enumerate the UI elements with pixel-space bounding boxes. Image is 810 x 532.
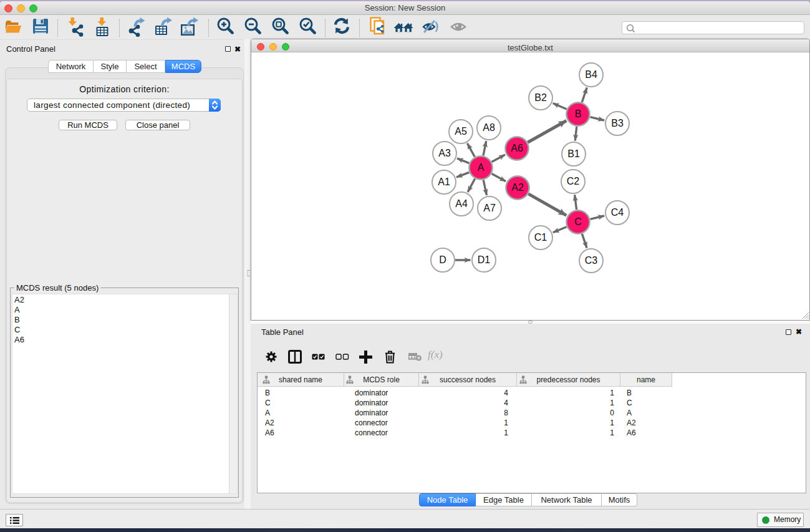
svg-text:B1: B1	[567, 148, 580, 159]
svg-text:A4: A4	[455, 198, 468, 209]
svg-text:A7: A7	[483, 203, 496, 213]
svg-text:B3: B3	[611, 118, 624, 128]
svg-text:C2: C2	[567, 176, 580, 186]
svg-text:C: C	[574, 216, 582, 227]
svg-text:A6: A6	[511, 143, 523, 153]
svg-text:B: B	[575, 109, 582, 119]
svg-text:C3: C3	[585, 255, 598, 266]
svg-text:A1: A1	[438, 177, 450, 187]
svg-text:C1: C1	[534, 232, 547, 243]
svg-text:B2: B2	[534, 92, 547, 103]
svg-text:D: D	[439, 254, 446, 265]
svg-text:A5: A5	[455, 126, 467, 137]
svg-text:D1: D1	[478, 254, 491, 265]
svg-text:A3: A3	[438, 148, 451, 158]
svg-text:A2: A2	[511, 182, 524, 193]
svg-text:B4: B4	[585, 69, 597, 80]
svg-text:A8: A8	[483, 122, 495, 133]
svg-text:A: A	[478, 162, 485, 173]
svg-text:C4: C4	[611, 207, 624, 218]
